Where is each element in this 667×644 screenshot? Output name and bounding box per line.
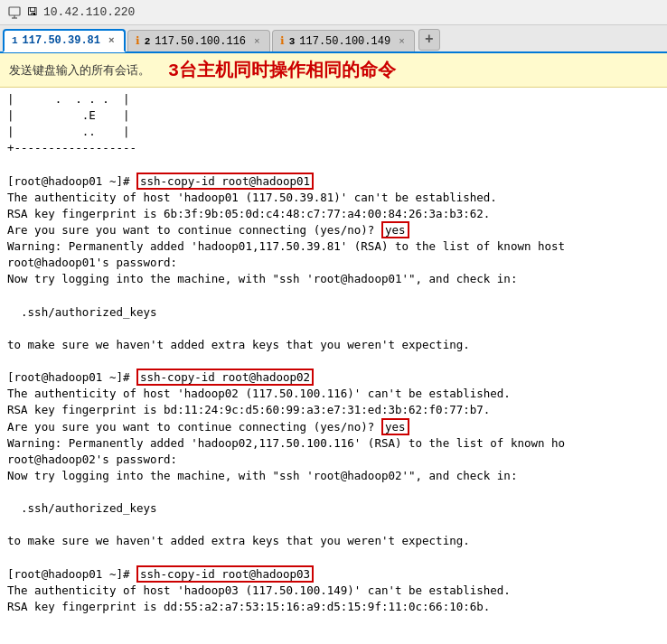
cmd-highlight-3: ssh-copy-id root@hadoop03 bbox=[136, 565, 314, 583]
app-icon bbox=[7, 5, 22, 20]
tab-3-warning-icon: ℹ bbox=[280, 34, 285, 48]
tab-2-num: 2 bbox=[145, 36, 151, 47]
tab-2[interactable]: ℹ 2 117.50.100.116 × bbox=[127, 30, 270, 51]
cmd-highlight-2: ssh-copy-id root@hadoop02 bbox=[136, 369, 314, 386]
yes-highlight-2: yes bbox=[381, 418, 409, 435]
tab-2-label: 117.50.100.116 bbox=[155, 35, 246, 48]
add-tab-button[interactable]: + bbox=[418, 29, 440, 51]
broadcast-bar: 发送键盘输入的所有会话。 3台主机同时操作相同的命令 bbox=[0, 53, 667, 88]
tab-2-close[interactable]: × bbox=[254, 36, 260, 47]
tab-1-close[interactable]: × bbox=[108, 35, 115, 46]
terminal-content[interactable]: | . . . . | | .E | | .. | +-------------… bbox=[0, 88, 667, 644]
tab-1[interactable]: 1 117.50.39.81 × bbox=[3, 29, 126, 52]
tab-3-label: 117.50.100.149 bbox=[299, 35, 390, 48]
terminal-text: | . . . . | | .E | | .. | +-------------… bbox=[7, 91, 660, 615]
tab-3-num: 3 bbox=[289, 36, 296, 47]
tab-3-close[interactable]: × bbox=[399, 36, 405, 47]
title-bar-text: 10.42.110.220 bbox=[43, 5, 135, 19]
yes-highlight-1: yes bbox=[381, 221, 409, 238]
broadcast-label: 发送键盘输入的所有会话。 bbox=[9, 62, 150, 79]
tab-1-label: 117.50.39.81 bbox=[23, 34, 100, 47]
tab-2-warning-icon: ℹ bbox=[136, 34, 140, 48]
tab-3[interactable]: ℹ 3 117.50.100.149 × bbox=[272, 30, 415, 51]
broadcast-title: 3台主机同时操作相同的命令 bbox=[168, 58, 396, 82]
tab-bar: 1 117.50.39.81 × ℹ 2 117.50.100.116 × ℹ … bbox=[0, 25, 667, 53]
svg-rect-0 bbox=[9, 7, 20, 15]
save-icon: 🖫 bbox=[27, 5, 38, 19]
title-bar: 🖫 10.42.110.220 bbox=[0, 0, 667, 25]
cmd-highlight-1: ssh-copy-id root@hadoop01 bbox=[136, 173, 314, 190]
tab-1-num: 1 bbox=[12, 35, 18, 46]
